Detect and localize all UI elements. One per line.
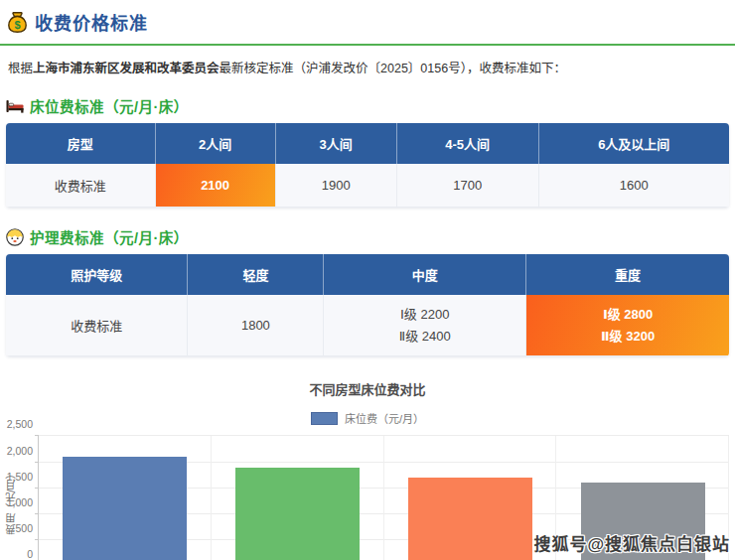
value-line: 1900 <box>280 175 392 196</box>
table-header-row: 房型2人间3人间4-5人间6人及以上间 <box>6 123 729 164</box>
intro-authority: 上海市浦东新区发展和改革委员会 <box>33 62 220 75</box>
row-label-cell: 收费标准 <box>6 164 156 208</box>
table-header-cell: 3人间 <box>276 123 397 164</box>
value-line: 1600 <box>543 175 725 196</box>
intro-text: 根据上海市浦东新区发展和改革委员会最新核定标准（沪浦发改价〔2025〕0156号… <box>8 58 725 76</box>
table-row: 收费标准1800Ⅰ级 2200Ⅱ级 2400Ⅰ级 2800Ⅱ级 3200 <box>6 295 729 356</box>
gridline-vertical <box>383 436 384 560</box>
watermark: 搜狐号@搜狐焦点白银站 <box>533 530 730 555</box>
table-header-cell: 中度 <box>324 254 526 295</box>
value-cell: 2100 <box>156 164 276 208</box>
table-header-cell: 照护等级 <box>6 254 188 295</box>
y-tick-mark <box>35 462 39 463</box>
legend-label: 床位费（元/月） <box>345 410 424 426</box>
table-header-row: 照护等级轻度中度重度 <box>6 254 729 295</box>
page-title: 收费价格标准 <box>35 9 148 35</box>
page-header: $ 收费价格标准 <box>0 0 735 46</box>
value-line: Ⅱ级 3200 <box>530 326 725 347</box>
value-cell: Ⅰ级 2200Ⅱ级 2400 <box>324 295 526 356</box>
baby-chick-icon <box>6 228 24 246</box>
bed-fee-heading: 床位费标准（元/月·床） <box>6 95 725 116</box>
y-tick-mark <box>35 435 39 436</box>
care-fee-table: 照护等级轻度中度重度收费标准1800Ⅰ级 2200Ⅱ级 2400Ⅰ级 2800Ⅱ… <box>6 254 729 356</box>
value-line: 1800 <box>192 315 319 336</box>
page: $ 收费价格标准 根据上海市浦东新区发展和改革委员会最新核定标准（沪浦发改价〔2… <box>0 0 735 560</box>
value-cell: 1600 <box>539 164 729 208</box>
svg-text:$: $ <box>14 18 20 30</box>
table-header-cell: 6人及以上间 <box>539 123 729 164</box>
bed-icon <box>6 99 24 113</box>
table-header-cell: 轻度 <box>188 254 324 295</box>
value-cell: 1800 <box>188 295 324 356</box>
y-tick-mark <box>35 488 39 489</box>
bed-fee-table: 房型2人间3人间4-5人间6人及以上间收费标准2100190017001600 <box>6 123 729 208</box>
value-line: Ⅰ级 2800 <box>530 304 725 325</box>
table-row: 收费标准2100190017001600 <box>6 164 729 208</box>
y-tick-label: 500 <box>15 522 33 534</box>
value-line: Ⅰ级 2200 <box>328 304 521 325</box>
chart-title: 不同房型床位费对比 <box>0 379 735 398</box>
value-line: 1700 <box>401 175 534 196</box>
bar-3人间 <box>235 468 360 560</box>
y-tick-mark <box>35 539 39 540</box>
table-header-cell: 4-5人间 <box>397 123 539 164</box>
chart-legend: 床位费（元/月） <box>0 410 735 426</box>
value-cell: 1900 <box>276 164 397 208</box>
bar-2人间 <box>63 457 187 560</box>
value-line: Ⅱ级 2400 <box>328 326 521 347</box>
gridline-vertical <box>211 436 212 560</box>
bed-fee-heading-label: 床位费标准（元/月·床） <box>30 95 189 116</box>
y-tick-mark <box>35 513 39 514</box>
table-header-cell: 2人间 <box>156 123 276 164</box>
care-fee-heading-label: 护理费标准（元/月·床） <box>30 226 189 247</box>
gridline-horizontal <box>39 435 729 436</box>
value-cell: Ⅰ级 2800Ⅱ级 3200 <box>526 295 729 356</box>
bar-4-5人间 <box>408 478 532 560</box>
y-tick-label: 0 <box>27 548 33 560</box>
value-line: 2100 <box>160 175 271 196</box>
money-bag-icon: $ <box>8 12 27 33</box>
value-cell: 1700 <box>397 164 539 208</box>
chart-y-axis-label: 费用（元/月） <box>3 403 18 534</box>
care-fee-heading: 护理费标准（元/月·床） <box>6 226 725 247</box>
table-header-cell: 房型 <box>6 123 156 164</box>
row-label-cell: 收费标准 <box>6 295 188 356</box>
legend-swatch <box>311 412 338 425</box>
table-header-cell: 重度 <box>526 254 729 295</box>
